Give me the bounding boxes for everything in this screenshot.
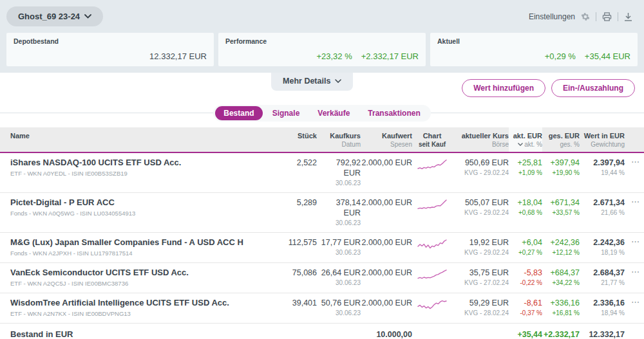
- kauf-datum: 30.06.23: [317, 219, 361, 227]
- col-header-stueck[interactable]: Stück: [281, 127, 317, 152]
- kauf-datum: 30.06.23: [317, 309, 361, 317]
- wert-value: 2.336,16: [580, 298, 625, 308]
- table-body: iShares NASDAQ-100 UCITS ETF USD Acc. ET…: [0, 153, 644, 324]
- tab-signale[interactable]: Signale: [264, 106, 308, 120]
- akt-pct-value: -0,22 %: [509, 279, 542, 287]
- table-row: M&G (Lux) Japan Smaller Companies Fund -…: [0, 233, 644, 263]
- table-row: WisdomTree Artificial Intelligence UCITS…: [0, 293, 644, 324]
- table-header: Name Stück KaufkursDatum KaufwertSpesen …: [0, 127, 644, 153]
- col-header-ges-eur[interactable]: ges. EURges. %: [542, 127, 580, 152]
- kaufkurs-value: 17,77 EUR: [317, 237, 361, 248]
- portfolio-selector-dropdown[interactable]: Ghost_69 23-24: [6, 6, 103, 26]
- header-band: Ghost_69 23-24 Einstellungen Depotbestan…: [0, 0, 644, 73]
- col-header-aktueller-kurs[interactable]: aktueller KursBörse: [452, 127, 509, 152]
- kaufkurs-value: 792,92 EUR: [317, 158, 361, 178]
- aktueller-kurs-value: 19,92 EUR: [452, 237, 509, 248]
- tab-transaktionen[interactable]: Transaktionen: [359, 106, 428, 120]
- row-menu-button[interactable]: ⋯: [631, 297, 640, 307]
- table-row: Pictet-Digital - P EUR ACC Fonds - WKN A…: [0, 193, 644, 233]
- col-header-wert[interactable]: Wert in EURGewichtung: [580, 127, 625, 152]
- tabs-section: BestandSignaleVerkäufeTransaktionen: [0, 105, 644, 122]
- sparkline-chart[interactable]: [412, 237, 452, 254]
- divider: [596, 12, 596, 21]
- total-ges-eur: +2.332,17: [542, 329, 580, 339]
- instrument-name-link[interactable]: M&G (Lux) Japan Smaller Companies Fund -…: [10, 237, 281, 248]
- kaufwert-value: 2.000,00 EUR: [361, 298, 412, 308]
- boerse-datum: KVG - 29.02.24: [452, 248, 509, 257]
- more-details-button[interactable]: Mehr Details: [271, 73, 353, 91]
- stueck-value: 75,086: [281, 268, 317, 278]
- print-icon[interactable]: [602, 12, 612, 21]
- settings-label[interactable]: Einstellungen: [529, 12, 575, 21]
- sparkline-chart[interactable]: [412, 197, 452, 214]
- instrument-name-link[interactable]: WisdomTree Artificial Intelligence UCITS…: [10, 298, 281, 308]
- instrument-name-link[interactable]: iShares NASDAQ-100 UCITS ETF USD Acc.: [10, 158, 281, 168]
- aktueller-kurs-value: 950,69 EUR: [452, 158, 509, 168]
- col-header-kaufkurs[interactable]: KaufkursDatum: [317, 127, 361, 152]
- row-menu-button[interactable]: ⋯: [631, 267, 640, 277]
- col-header-chart[interactable]: Chartseit Kauf: [412, 127, 452, 152]
- row-menu-button[interactable]: ⋯: [631, 237, 640, 246]
- akt-eur-value: +18,04: [509, 197, 542, 208]
- ges-eur-value: +684,37: [542, 268, 580, 278]
- akt-pct-value: +1,09 %: [509, 169, 542, 177]
- gewichtung-value: 18,19 %: [580, 248, 625, 257]
- akt-pct-value: +0,68 %: [509, 208, 542, 217]
- wert-value: 2.671,34: [580, 197, 625, 208]
- ges-eur-value: +397,94: [542, 158, 580, 168]
- gewichtung-value: 18,94 %: [580, 309, 625, 317]
- performance-percent: +23,32 %: [316, 51, 352, 61]
- aktueller-kurs-value: 59,29 EUR: [452, 298, 509, 308]
- holdings-table: Name Stück KaufkursDatum KaufwertSpesen …: [0, 127, 644, 339]
- row-menu-button[interactable]: ⋯: [631, 197, 640, 206]
- boerse-datum: KVG - 27.02.24: [452, 279, 509, 287]
- kaufwert-value: 2.000,00 EUR: [361, 237, 412, 248]
- total-wert: 12.332,17: [580, 329, 625, 339]
- instrument-name-link[interactable]: VanEck Semiconductor UCITS ETF USD Acc.: [10, 268, 281, 278]
- gear-icon[interactable]: [581, 12, 590, 21]
- instrument-details: Fonds - WKN A2JPXH - ISIN LU1797817514: [10, 249, 281, 257]
- instrument-details: ETF - WKN A0YEDL - ISIN IE00B53SZB19: [10, 169, 281, 178]
- stueck-value: 5,289: [281, 197, 317, 208]
- kauf-datum: 30.06.23: [317, 279, 361, 287]
- row-menu-button[interactable]: ⋯: [631, 157, 640, 167]
- divider: [618, 12, 618, 21]
- details-strip: Mehr Details Wert hinzufügen Ein-/Auszah…: [0, 73, 644, 97]
- deposit-withdrawal-button[interactable]: Ein-/Auszahlung: [551, 79, 635, 97]
- kaufwert-value: 2.000,00 EUR: [361, 197, 412, 208]
- col-header-name[interactable]: Name: [0, 127, 281, 152]
- current-change-card: Aktuell +0,29 % +35,44 EUR: [430, 33, 638, 66]
- sparkline-chart[interactable]: [412, 298, 452, 315]
- ges-pct-value: +19,90 %: [542, 169, 580, 177]
- tab-bestand[interactable]: Bestand: [215, 106, 262, 120]
- sparkline-chart[interactable]: [412, 268, 452, 284]
- stueck-value: 2,522: [281, 158, 317, 168]
- download-icon[interactable]: [624, 12, 632, 21]
- akt-pct-value: -0,37 %: [509, 309, 542, 317]
- depot-value-card: Depotbestand 12.332,17 EUR: [6, 33, 214, 66]
- ges-pct-value: +16,81 %: [542, 309, 580, 317]
- table-row: iShares NASDAQ-100 UCITS ETF USD Acc. ET…: [0, 153, 644, 193]
- instrument-name-link[interactable]: Pictet-Digital - P EUR ACC: [10, 197, 281, 208]
- tab-verkaeufe[interactable]: Verkäufe: [309, 106, 358, 120]
- instrument-details: ETF - WKN A2N7KX - ISIN IE00BDVPNG13: [10, 309, 281, 318]
- performance-value: +2.332,17 EUR: [361, 51, 419, 61]
- akt-pct-value: +0,27 %: [509, 248, 542, 257]
- col-header-kaufwert[interactable]: KaufwertSpesen: [361, 127, 412, 152]
- akt-eur-value: -5,83: [509, 268, 542, 278]
- performance-card: Performance +23,32 % +2.332,17 EUR: [218, 33, 426, 66]
- stueck-value: 39,401: [281, 298, 317, 308]
- card-label: Performance: [225, 37, 419, 45]
- wert-value: 2.684,37: [580, 268, 625, 278]
- col-header-akt-eur-sorted[interactable]: akt. EUR akt. %: [509, 127, 542, 152]
- row-label: Bestand in EUR: [10, 329, 281, 339]
- add-asset-button[interactable]: Wert hinzufügen: [462, 79, 545, 97]
- gewichtung-value: 19,44 %: [580, 169, 625, 177]
- akt-eur-value: +25,81: [509, 158, 542, 168]
- sort-chevron-down-icon: [518, 143, 523, 146]
- wert-value: 2.242,36: [580, 237, 625, 248]
- chevron-down-icon: [335, 79, 341, 83]
- more-details-label: Mehr Details: [283, 77, 330, 86]
- sparkline-chart[interactable]: [412, 158, 452, 174]
- portfolio-name: Ghost_69 23-24: [18, 12, 80, 21]
